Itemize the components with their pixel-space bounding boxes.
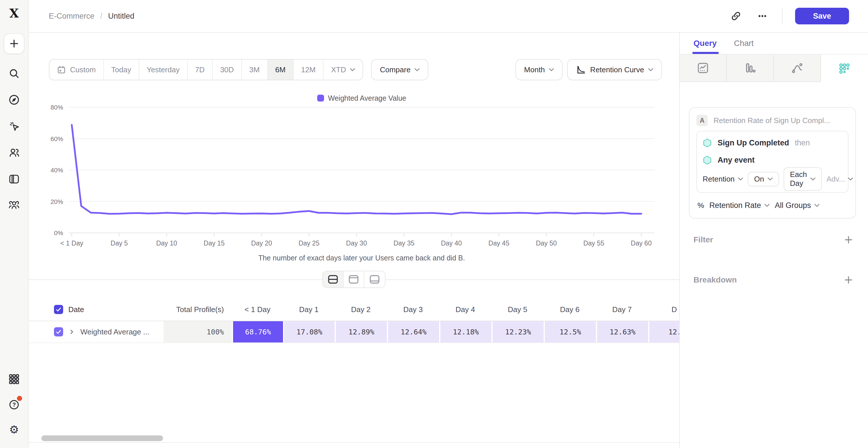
- range-6m[interactable]: 6M: [268, 60, 293, 80]
- advanced-dropdown[interactable]: Adv...: [826, 175, 853, 183]
- toolbar-right-group: Month Retention Curve: [516, 59, 662, 80]
- retention-value-cell[interactable]: 12.18%: [439, 321, 491, 342]
- retention-value-cell[interactable]: 12.89%: [335, 321, 387, 342]
- copy-link-icon[interactable]: [729, 9, 743, 23]
- first-event-row[interactable]: Sign Up Completed then: [703, 137, 842, 148]
- range-today[interactable]: Today: [104, 60, 139, 80]
- retention-value-cell[interactable]: 12.: [648, 321, 679, 342]
- svg-text:Day 10: Day 10: [156, 240, 177, 247]
- tab-query[interactable]: Query: [693, 39, 717, 48]
- percent-symbol: %: [698, 201, 704, 210]
- range-custom[interactable]: Custom: [50, 60, 104, 80]
- range-12m[interactable]: 12M: [293, 60, 324, 80]
- retention-line-chart[interactable]: 0%20%40%60%80%< 1 DayDay 5Day 10Day 15Da…: [29, 103, 679, 270]
- help-icon[interactable]: ?: [7, 398, 21, 411]
- step-badge: A: [696, 115, 708, 126]
- retention-value-cell[interactable]: 68.76%: [232, 321, 283, 342]
- return-event-row[interactable]: Any event: [703, 154, 842, 166]
- save-button[interactable]: Save: [795, 8, 849, 24]
- insights-report-icon[interactable]: [680, 55, 727, 82]
- day-column-header: Day 3: [387, 298, 439, 321]
- pointer-sparkle-icon[interactable]: [7, 119, 21, 133]
- header-divider: [782, 9, 782, 24]
- table-header-row: Date Total Profile(s) < 1 DayDay 1Day 2D…: [29, 298, 679, 321]
- range-xtd[interactable]: XTD: [323, 60, 363, 80]
- retention-value-cell[interactable]: 12.64%: [387, 321, 439, 342]
- range-yesterday[interactable]: Yesterday: [139, 60, 188, 80]
- users-icon[interactable]: [7, 146, 21, 160]
- tab-chart[interactable]: Chart: [734, 39, 753, 48]
- compare-button[interactable]: Compare: [371, 59, 428, 80]
- groups-dropdown[interactable]: All Groups: [775, 201, 819, 210]
- svg-text:Day 55: Day 55: [583, 240, 604, 247]
- svg-text:Day 20: Day 20: [251, 240, 272, 247]
- range-7d[interactable]: 7D: [188, 60, 213, 80]
- interval-dropdown[interactable]: Each Day: [784, 167, 822, 191]
- on-dropdown[interactable]: On: [748, 172, 779, 186]
- total-profiles-header: Total Profile(s): [164, 298, 232, 321]
- svg-text:Day 60: Day 60: [631, 240, 652, 247]
- compare-label: Compare: [380, 65, 410, 74]
- horizontal-scrollbar-thumb[interactable]: [41, 436, 163, 441]
- granularity-dropdown[interactable]: Month: [516, 59, 563, 80]
- settings-gear-icon[interactable]: ⚙: [7, 423, 21, 437]
- layout-table-only-icon[interactable]: [364, 271, 385, 287]
- svg-text:60%: 60%: [51, 135, 63, 143]
- measure-dropdown[interactable]: Retention Rate: [709, 201, 770, 210]
- create-new-button[interactable]: [4, 33, 24, 54]
- retention-table: Date Total Profile(s) < 1 DayDay 1Day 2D…: [29, 298, 679, 343]
- svg-text:Day 40: Day 40: [441, 240, 462, 247]
- cohorts-icon[interactable]: [7, 199, 21, 212]
- range-30d[interactable]: 30D: [213, 60, 242, 80]
- event-selection-card: Sign Up Completed then Any event Retenti…: [696, 131, 848, 193]
- search-icon[interactable]: [7, 67, 21, 80]
- flows-report-icon[interactable]: [774, 55, 821, 82]
- svg-text:Day 30: Day 30: [346, 240, 367, 247]
- compass-icon[interactable]: [7, 93, 21, 107]
- svg-text:80%: 80%: [51, 104, 63, 111]
- retention-value-cell[interactable]: 12.63%: [596, 321, 648, 342]
- svg-text:Day 5: Day 5: [111, 240, 128, 247]
- row-checkbox[interactable]: [54, 327, 63, 337]
- query-step-header: A Retention Rate of Sign Up Compl...: [696, 115, 848, 126]
- apps-grid-icon[interactable]: [7, 372, 21, 386]
- filter-label: Filter: [693, 235, 713, 244]
- breadcrumb-report-name[interactable]: Untitled: [108, 12, 135, 21]
- measure-label: Retention Rate: [709, 201, 761, 210]
- boards-icon[interactable]: [7, 172, 21, 186]
- more-options-icon[interactable]: [755, 9, 769, 23]
- retention-value-cell[interactable]: 12.23%: [491, 321, 544, 342]
- day-column-header: Day 6: [544, 298, 596, 321]
- retention-mode-dropdown[interactable]: Retention: [703, 175, 743, 183]
- select-all-checkbox[interactable]: [54, 305, 63, 314]
- report-type-switcher: [680, 55, 868, 82]
- return-event-name[interactable]: Any event: [718, 156, 755, 165]
- retention-report-icon[interactable]: [821, 55, 868, 82]
- row-expander-icon[interactable]: [68, 329, 75, 335]
- chart-type-dropdown[interactable]: Retention Curve: [567, 59, 662, 80]
- date-header-cell: Date: [29, 298, 164, 321]
- first-event-name[interactable]: Sign Up Completed: [718, 139, 789, 147]
- active-tab-underline: [692, 52, 719, 54]
- add-filter-icon[interactable]: [844, 235, 853, 244]
- retention-report-app: X ? ⚙: [0, 0, 868, 448]
- advanced-label: Adv...: [826, 175, 845, 183]
- layout-chart-only-icon[interactable]: [344, 271, 364, 287]
- date-column-header: Date: [68, 305, 84, 314]
- svg-text:The number of exact days later: The number of exact days later your User…: [258, 254, 465, 262]
- layout-split-view-icon[interactable]: [323, 271, 344, 287]
- svg-text:0%: 0%: [54, 230, 63, 237]
- day-column-header: Day 5: [491, 298, 544, 321]
- svg-text:< 1 Day: < 1 Day: [60, 240, 83, 247]
- range-3m[interactable]: 3M: [242, 60, 268, 80]
- breadcrumb-project[interactable]: E-Commerce: [49, 12, 94, 21]
- add-breakdown-icon[interactable]: [844, 275, 853, 284]
- retention-value-cell[interactable]: 17.08%: [283, 321, 335, 342]
- funnels-report-icon[interactable]: [727, 55, 774, 82]
- event-hexagon-icon: [703, 138, 712, 147]
- retention-query-card: A Retention Rate of Sign Up Compl... Sig…: [689, 107, 856, 218]
- retention-value-cell[interactable]: 12.5%: [544, 321, 596, 342]
- panel-tab-bar: Query Chart: [680, 33, 868, 55]
- breakdown-section: Breakdown: [693, 274, 853, 286]
- step-title[interactable]: Retention Rate of Sign Up Compl...: [714, 116, 830, 125]
